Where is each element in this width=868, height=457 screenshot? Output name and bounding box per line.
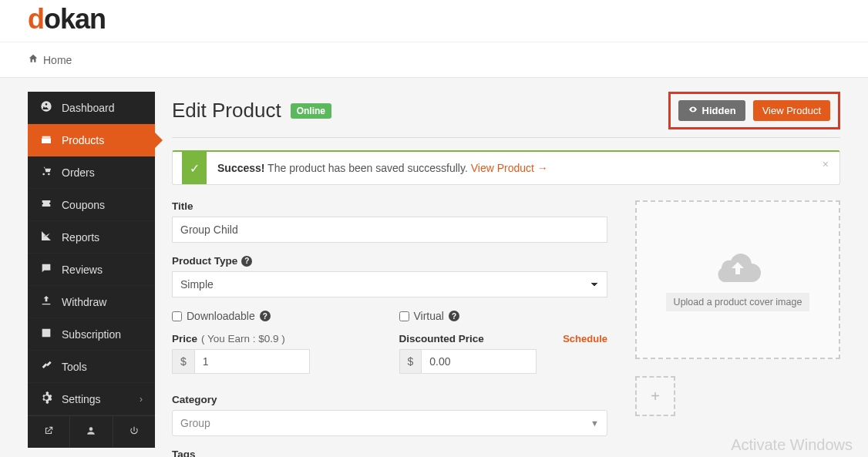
products-icon: [40, 133, 52, 147]
cloud-upload-icon: [713, 248, 762, 284]
price-input[interactable]: [194, 349, 310, 374]
caret-down-icon: ▼: [590, 418, 599, 428]
page-title: Edit Product: [172, 99, 281, 123]
help-icon[interactable]: ?: [449, 311, 459, 321]
alert-view-link[interactable]: View Product →: [471, 162, 548, 174]
category-value: Group: [180, 417, 210, 429]
product-type-label: Product Type: [172, 255, 237, 267]
reports-icon: [40, 230, 52, 244]
hidden-button[interactable]: Hidden: [678, 100, 745, 121]
virtual-label: Virtual: [414, 310, 444, 322]
downloadable-checkbox[interactable]: Downloadable ?: [172, 310, 381, 322]
help-icon[interactable]: ?: [260, 311, 271, 321]
title-label: Title: [172, 200, 607, 212]
downloadable-label: Downloadable: [187, 310, 255, 322]
sidebar-item-label: Coupons: [62, 199, 105, 211]
view-label: View Product: [762, 105, 821, 116]
hidden-label: Hidden: [702, 105, 736, 116]
currency-prefix: $: [399, 349, 422, 374]
title-input[interactable]: [172, 217, 607, 243]
sidebar-item-label: Reports: [62, 231, 99, 244]
virtual-checkbox[interactable]: Virtual ?: [399, 310, 608, 322]
close-icon[interactable]: ×: [823, 158, 829, 170]
virtual-input[interactable]: [399, 311, 409, 321]
currency-prefix: $: [172, 349, 194, 374]
sidebar-item-label: Settings: [62, 393, 101, 405]
sidebar-item-label: Withdraw: [62, 296, 106, 308]
sidebar-item-label: Orders: [62, 166, 95, 179]
sidebar-item-tools[interactable]: Tools: [28, 351, 155, 383]
price-label: Price: [172, 333, 197, 344]
downloadable-input[interactable]: [172, 311, 182, 321]
logo-d: d: [28, 3, 44, 35]
withdraw-icon: [40, 294, 52, 309]
tools-icon: [40, 359, 52, 374]
orders-icon: [40, 165, 52, 180]
sidebar-item-label: Subscription: [62, 328, 121, 341]
home-icon: [28, 53, 39, 66]
breadcrumb-home: Home: [43, 54, 72, 66]
power-button[interactable]: [113, 416, 155, 448]
sidebar-item-subscription[interactable]: Subscription: [28, 318, 155, 351]
external-link-button[interactable]: [28, 416, 69, 448]
dashboard-icon: [40, 100, 52, 115]
alert-text: The product has been saved successfully.: [264, 162, 470, 174]
coupons-icon: [40, 197, 52, 212]
chevron-right-icon: ›: [140, 394, 143, 405]
breadcrumb[interactable]: Home: [28, 53, 840, 66]
view-product-button[interactable]: View Product: [753, 100, 830, 121]
plus-icon: +: [651, 388, 660, 405]
cover-image-upload[interactable]: Upload a product cover image: [635, 200, 840, 359]
sidebar-item-reviews[interactable]: Reviews: [28, 254, 155, 286]
sidebar-item-products[interactable]: Products: [28, 124, 155, 156]
sidebar-item-coupons[interactable]: Coupons: [28, 189, 155, 221]
sidebar-item-withdraw[interactable]: Withdraw: [28, 286, 155, 318]
success-alert: ✓ Success! The product has been saved su…: [172, 150, 840, 185]
product-type-select[interactable]: Simple: [172, 271, 607, 297]
title-actions-highlight: Hidden View Product: [668, 92, 840, 129]
logo-okan: okan: [44, 3, 106, 35]
check-icon: ✓: [182, 152, 207, 184]
earn-text: ( You Earn : $0.9 ): [201, 333, 285, 344]
sidebar-item-reports[interactable]: Reports: [28, 221, 155, 254]
sidebar-item-label: Tools: [62, 361, 87, 373]
schedule-link[interactable]: Schedule: [563, 333, 607, 344]
add-image-button[interactable]: +: [635, 376, 675, 416]
category-label: Category: [172, 394, 607, 405]
eye-slash-icon: [688, 105, 698, 116]
reviews-icon: [40, 262, 52, 277]
sidebar-item-label: Dashboard: [62, 102, 115, 114]
subscription-icon: [40, 327, 52, 341]
discounted-price-input[interactable]: [421, 349, 537, 374]
status-badge-online: Online: [291, 103, 331, 119]
user-button[interactable]: [69, 416, 112, 448]
sidebar-item-orders[interactable]: Orders: [28, 156, 155, 189]
alert-strong: Success!: [217, 162, 264, 174]
help-icon[interactable]: ?: [241, 256, 252, 267]
sidebar-item-dashboard[interactable]: Dashboard: [28, 92, 155, 124]
sidebar-item-label: Reviews: [62, 264, 103, 276]
settings-icon: [40, 391, 52, 406]
tags-label: Tags: [172, 449, 607, 457]
discounted-price-label: Discounted Price: [399, 333, 484, 344]
sidebar-item-label: Products: [62, 134, 104, 146]
sidebar-item-settings[interactable]: Settings ›: [28, 383, 155, 415]
brand-logo[interactable]: dokan: [28, 0, 840, 42]
cover-text: Upload a product cover image: [666, 293, 810, 311]
category-select[interactable]: Group ▼: [172, 410, 607, 436]
sidebar: Dashboard Products Orders Coupons Report…: [28, 92, 155, 448]
